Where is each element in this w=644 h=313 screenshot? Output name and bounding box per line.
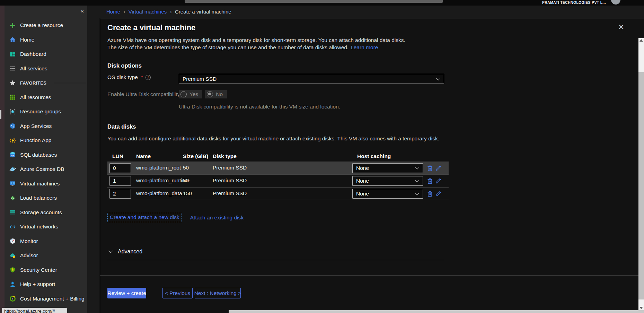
sidebar-item-load-balancers[interactable]: Load balancers	[9, 194, 86, 202]
scrollbar-thumb[interactable]	[638, 72, 644, 299]
sidebar-item-label: Help + support	[20, 281, 55, 287]
sidebar-item-label: All resources	[20, 94, 51, 101]
learn-more-link[interactable]: Learn more	[351, 44, 378, 50]
data-disks-links: Create and attach a new disk Attach an e…	[107, 213, 244, 222]
sidebar-edge-strip	[0, 5, 5, 313]
advanced-section-toggle[interactable]: Advanced	[109, 249, 142, 255]
attach-existing-disk-link[interactable]: Attach an existing disk	[190, 215, 244, 221]
host-caching-select[interactable]: None	[352, 189, 423, 199]
radio-selected-icon	[207, 91, 213, 97]
close-icon[interactable]: ×	[618, 22, 624, 32]
ultra-no-radio[interactable]: No	[205, 90, 227, 98]
table-header-row: LUN Name Size (GiB) Disk type Host cachi…	[107, 151, 449, 162]
sidebar-item-virtual-networks[interactable]: Virtual networks	[9, 223, 86, 231]
sidebar-item-home[interactable]: Home	[9, 36, 86, 44]
sidebar-item-advisor[interactable]: Advisor	[9, 251, 86, 260]
sidebar-item-help-support[interactable]: Help + support	[9, 280, 86, 288]
ultra-yes-radio[interactable]: Yes	[179, 90, 202, 98]
cosmos-db-icon	[9, 166, 16, 173]
blade-content: Azure VMs have one operating system disk…	[100, 38, 638, 275]
os-disk-type-label-text: OS disk type	[107, 74, 138, 80]
sidebar-item-all-resources[interactable]: All resources	[9, 93, 86, 102]
host-caching-select[interactable]: None	[352, 163, 423, 173]
lun-input[interactable]	[109, 176, 131, 186]
divider	[107, 244, 444, 244]
sidebar-item-label: Home	[20, 37, 34, 43]
sidebar-favorites-header: FAVORITES	[9, 79, 86, 87]
sidebar-item-storage-accounts[interactable]: Storage accounts	[9, 208, 86, 217]
blade-footer: Review + create < Previous Next : Networ…	[100, 275, 644, 313]
sidebar-item-dashboard[interactable]: Dashboard	[9, 50, 86, 58]
breadcrumb-home[interactable]: Home	[106, 9, 120, 15]
advisor-icon	[9, 252, 16, 259]
disk-options-heading: Disk options	[107, 62, 142, 69]
divider	[107, 260, 444, 260]
edit-disk-icon[interactable]	[435, 165, 442, 172]
edit-disk-icon[interactable]	[435, 190, 442, 197]
favorites-label: FAVORITES	[20, 80, 46, 86]
horizontal-scrollbar[interactable]	[229, 310, 644, 313]
sidebar-item-security-center[interactable]: Security Center	[9, 266, 86, 274]
breadcrumb-virtual-machines[interactable]: Virtual machines	[129, 9, 167, 15]
sidebar-item-create-a-resource[interactable]: Create a resource	[9, 21, 86, 29]
edit-disk-icon[interactable]	[435, 177, 442, 184]
sidebar-item-cost-management[interactable]: s Cost Management + Billing	[9, 295, 86, 303]
lun-input[interactable]	[109, 189, 131, 199]
data-disks-description: You can add and configure additional dat…	[107, 135, 441, 142]
host-caching-select[interactable]: None	[352, 176, 423, 186]
data-disks-table: LUN Name Size (GiB) Disk type Host cachi…	[107, 151, 449, 200]
vertical-scrollbar[interactable]	[638, 38, 644, 310]
browser-status-url: https://portal.azure.com/#	[2, 308, 67, 313]
blade-header: Create a virtual machine ×	[100, 18, 644, 38]
ultra-disk-label: Enable Ultra Disk compatibility i	[107, 91, 187, 97]
disk-type: Premium SSD	[213, 165, 247, 171]
sidebar-item-all-services[interactable]: All services	[9, 64, 86, 73]
virtual-networks-icon	[9, 224, 16, 230]
data-disks-heading: Data disks	[107, 123, 136, 130]
previous-button[interactable]: < Previous	[162, 288, 193, 298]
disk-name: wmo-platform_data	[136, 190, 182, 197]
sidebar: « Create a resource Home Dashboard All s…	[0, 5, 87, 313]
all-services-icon	[9, 65, 16, 72]
sidebar-item-function-app[interactable]: Function App	[9, 136, 86, 145]
sidebar-scroll-thumb[interactable]	[0, 110, 1, 119]
home-icon	[9, 36, 16, 43]
sidebar-item-sql-databases[interactable]: SQL SQL databases	[9, 151, 86, 159]
intro-line2: The size of the VM determines the type o…	[107, 44, 349, 50]
lun-input[interactable]	[109, 163, 131, 173]
scroll-up-icon[interactable]	[639, 39, 643, 42]
sidebar-item-azure-cosmos-db[interactable]: Azure Cosmos DB	[9, 165, 86, 173]
sidebar-item-virtual-machines[interactable]: Virtual machines	[9, 180, 86, 188]
col-header-lun: LUN	[112, 153, 123, 159]
sidebar-item-label: SQL databases	[20, 152, 57, 158]
sidebar-item-monitor[interactable]: Monitor	[9, 237, 86, 245]
sidebar-item-label: Dashboard	[20, 51, 46, 57]
breadcrumb-chevron-icon: ›	[170, 9, 172, 14]
help-support-icon	[9, 281, 16, 288]
sidebar-item-resource-groups[interactable]: Resource groups	[9, 107, 86, 116]
create-attach-new-disk-link[interactable]: Create and attach a new disk	[107, 213, 182, 222]
os-disk-type-label: OS disk type* i	[107, 74, 151, 80]
next-networking-button[interactable]: Next : Networking >	[195, 288, 241, 298]
scroll-down-icon[interactable]	[639, 307, 643, 309]
sidebar-item-app-services[interactable]: App Services	[9, 122, 86, 130]
app-services-icon	[9, 123, 16, 129]
radio-unselected-icon	[180, 91, 187, 97]
col-header-size: Size (GiB)	[183, 153, 208, 159]
review-create-button[interactable]: Review + create	[107, 288, 146, 298]
delete-disk-icon[interactable]	[426, 165, 433, 172]
table-row: wmo-platform_root 50 Premium SSD None	[107, 162, 449, 174]
delete-disk-icon[interactable]	[426, 190, 433, 197]
function-app-icon	[9, 137, 16, 144]
svg-text:SQL: SQL	[11, 155, 14, 157]
ultra-no-label: No	[216, 91, 223, 97]
avatar[interactable]	[611, 0, 620, 5]
sidebar-item-label: Advisor	[20, 252, 38, 259]
os-disk-type-select[interactable]: Premium SSD	[179, 74, 444, 84]
chevron-down-icon	[436, 76, 440, 80]
disk-size: 150	[183, 190, 192, 197]
delete-disk-icon[interactable]	[426, 177, 433, 184]
disk-size: 50	[183, 165, 189, 171]
info-icon[interactable]: i	[145, 75, 151, 80]
disk-type: Premium SSD	[213, 177, 247, 184]
